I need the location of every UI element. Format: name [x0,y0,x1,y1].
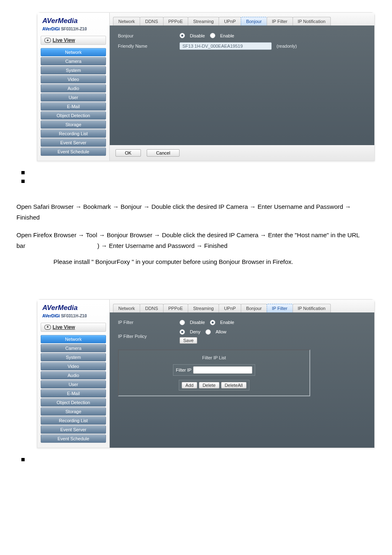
sidebar-item-recording-list[interactable]: Recording List [41,130,106,138]
sidebar2-item-camera[interactable]: Camera [41,344,106,352]
brand-name: AVerMedia [42,17,104,25]
ipfilter-disable-radio[interactable] [180,320,185,325]
sidebar2-item-storage[interactable]: Storage [41,407,106,416]
ipfilter-panel: IP Filter Disable Enable IP Filter Polic… [110,312,374,448]
delete-all-button[interactable]: DeleteAll [221,382,247,388]
sidebar-item-event-schedule[interactable]: Event Schedule [41,148,106,156]
sidebar2-item-recording-list[interactable]: Recording List [41,416,106,425]
ipfilter-screenshot: AVerMedia AVerDiGi SF0311H-Z10 Live View… [37,299,375,448]
sidebar2-item-network[interactable]: Network [41,335,106,343]
brand-subline-2: AVerDiGi SF0311H-Z10 [42,314,87,318]
sidebar2-item-event-server[interactable]: Event Server [41,426,106,434]
safari-text: Open Safari Browser → Bookmark → Bonjour… [16,201,367,222]
tab2-upnp[interactable]: UPnP [219,304,241,312]
sidebar2-item-audio[interactable]: Audio [41,371,106,379]
tab2-ddns[interactable]: DDNS [140,304,163,312]
brand-subline: AVerDiGi SF0311H-Z10 [42,27,87,31]
ipfilter-deny-radio[interactable] [180,329,185,335]
bonjour-panel: Bonjour Disable Enable Friendly Name SF1… [110,25,374,145]
bonjour-field-label: Bonjour [118,33,163,38]
sidebar-2: AVerMedia AVerDiGi SF0311H-Z10 Live View… [37,300,110,448]
ipfilter-field-label: IP Filter [118,320,163,325]
brand: AVerMedia AVerDiGi SF0311H-Z10 [37,13,109,34]
eye-icon [44,38,51,43]
sidebar-item-email[interactable]: E-Mail [41,102,106,111]
friendly-name-label: Friendly Name [118,44,163,49]
tab2-pppoe[interactable]: PPPoE [163,304,188,312]
readonly-note: (readonly) [277,44,297,49]
disable-label: Disable [190,33,205,38]
firefox-text: Open Firefox Browser → Tool → Bonjour Br… [16,230,367,251]
tab2-network[interactable]: Network [113,304,140,312]
sidebar-item-user[interactable]: User [41,93,106,102]
bonjour-enable-radio[interactable] [210,33,215,38]
tab2-ipnotification[interactable]: IP Notification [293,304,331,312]
tab2-streaming[interactable]: Streaming [188,304,219,312]
tab-streaming[interactable]: Streaming [188,17,219,25]
tab-bonjour[interactable]: Bonjour [241,17,267,25]
friendly-bullet [16,178,376,184]
sidebar-item-video[interactable]: Video [41,75,106,83]
sidebar-item-storage[interactable]: Storage [41,120,106,129]
brand-name-2: AVerMedia [42,304,104,312]
enable-label: Enable [220,33,234,38]
save-button[interactable]: Save [180,337,197,344]
sidebar2-item-system[interactable]: System [41,353,106,361]
tab-pppoe[interactable]: PPPoE [163,17,188,25]
ipfilter-allow-radio[interactable] [205,329,211,335]
tab-upnp[interactable]: UPnP [219,17,241,25]
note-block: Please install " BonjourFoxy " in your c… [32,257,367,267]
ipfilter-enable-radio[interactable] [210,320,215,325]
sidebar2-item-object-detection[interactable]: Object Detection [41,398,106,407]
live-view-button[interactable]: Live View [41,36,106,45]
filter-ip-label: Filter IP [176,368,191,372]
sidebar2-item-user[interactable]: User [41,380,106,388]
bonjour-bullet [16,169,376,176]
note-text: Please install " BonjourFoxy " in your c… [53,257,293,267]
sidebar-item-camera[interactable]: Camera [41,57,106,65]
tab2-bonjour[interactable]: Bonjour [241,304,267,312]
tab-strip-2: Network DDNS PPPoE Streaming UPnP Bonjou… [110,300,374,312]
eye-icon-2 [44,325,51,330]
tab-ipnotification[interactable]: IP Notification [293,17,331,25]
tab-strip: Network DDNS PPPoE Streaming UPnP Bonjou… [110,13,374,25]
bonjour-disable-radio[interactable] [180,33,185,38]
tab2-ipfilter[interactable]: IP Filter [267,304,293,312]
sidebar2-item-video[interactable]: Video [41,362,106,370]
filter-ip-list-box: Filter IP List Filter IP Add Delete Dele… [118,349,310,396]
tab-ddns[interactable]: DDNS [140,17,163,25]
sidebar-item-event-server[interactable]: Event Server [41,139,106,147]
tab-network[interactable]: Network [113,17,140,25]
live-view-button-2[interactable]: Live View [41,323,106,332]
add-button[interactable]: Add [182,382,197,388]
cancel-button[interactable]: Cancel [147,149,180,157]
tab-ipfilter[interactable]: IP Filter [267,17,293,25]
bonjour-screenshot: AVerMedia AVerDiGi SF0311H-Z10 Live View… [37,12,375,161]
ok-button[interactable]: OK [115,149,141,157]
panel-footer: OK Cancel [110,145,374,161]
sidebar: AVerMedia AVerDiGi SF0311H-Z10 Live View… [37,13,110,161]
ipfilter-bullet [16,456,376,462]
friendly-name-input: SF13 1H-DV_000EAEA19519 [180,42,272,50]
sidebar2-item-email[interactable]: E-Mail [41,389,106,398]
filter-ip-input[interactable] [193,366,252,374]
delete-button[interactable]: Delete [199,382,219,388]
ipfilter-policy-label: IP Filter Policy [118,334,163,339]
brand-2: AVerMedia AVerDiGi SF0311H-Z10 [37,300,109,321]
sidebar-item-audio[interactable]: Audio [41,84,106,92]
filter-list-title: Filter IP List [124,355,304,360]
sidebar-item-network[interactable]: Network [41,48,106,56]
sidebar-item-object-detection[interactable]: Object Detection [41,111,106,120]
sidebar2-item-event-schedule[interactable]: Event Schedule [41,435,106,443]
sidebar-item-system[interactable]: System [41,66,106,74]
